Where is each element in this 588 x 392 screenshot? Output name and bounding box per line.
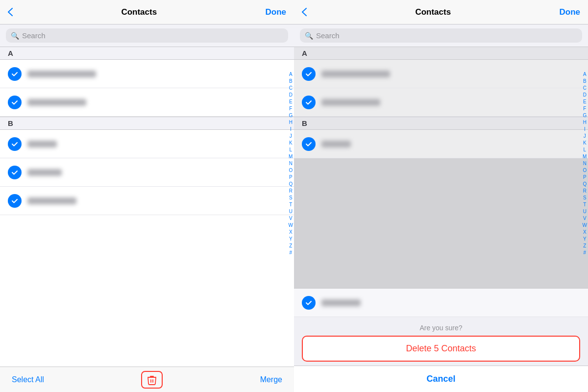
right-panel: Contacts Done 🔍 Search A B <box>294 0 588 392</box>
confirm-text: Are you sure? <box>294 317 588 336</box>
left-nav-bar: Contacts Done <box>0 0 294 24</box>
contact-name-blur <box>321 141 351 147</box>
left-done-button[interactable]: Done <box>265 7 286 17</box>
table-row[interactable] <box>294 88 588 117</box>
table-row[interactable] <box>0 60 294 88</box>
check-circle <box>302 67 316 81</box>
table-row[interactable] <box>294 130 588 158</box>
table-row[interactable] <box>0 88 294 117</box>
right-title: Contacts <box>415 7 451 17</box>
check-circle <box>8 137 22 151</box>
right-search-bar: 🔍 Search <box>294 24 588 47</box>
table-row[interactable] <box>294 60 588 88</box>
check-circle <box>8 194 22 208</box>
table-row[interactable] <box>0 187 294 215</box>
check-circle <box>8 96 22 109</box>
left-panel: Contacts Done 🔍 Search A B <box>0 0 294 392</box>
delete-contacts-button[interactable]: Delete 5 Contacts <box>302 336 580 362</box>
cancel-button[interactable]: Cancel <box>294 366 588 392</box>
left-search-placeholder: Search <box>22 31 46 40</box>
table-row[interactable] <box>0 158 294 187</box>
contact-name-blur <box>27 99 86 106</box>
right-section-b: B <box>294 117 588 130</box>
select-all-button[interactable]: Select All <box>12 375 44 384</box>
left-search-bar: 🔍 Search <box>0 24 294 47</box>
left-title: Contacts <box>121 7 157 17</box>
contact-name-blur <box>321 299 361 306</box>
alphabet-index: A B C D E F G H I J K L M N O P Q R S T … <box>289 71 293 256</box>
left-contact-list: A B <box>0 47 294 367</box>
contact-name-blur <box>321 71 390 77</box>
left-back-button[interactable] <box>8 8 13 16</box>
check-circle <box>302 137 316 151</box>
check-circle <box>8 166 22 179</box>
confirmation-overlay: Are you sure? Delete 5 Contacts Cancel <box>294 288 588 392</box>
partial-contact-row <box>294 289 588 317</box>
check-circle <box>302 96 316 109</box>
right-back-button[interactable] <box>302 8 307 16</box>
left-bottom-toolbar: Select All Merge <box>0 367 294 392</box>
right-section-a: A <box>294 47 588 60</box>
delete-button[interactable] <box>141 371 163 389</box>
contact-name-blur <box>27 197 76 204</box>
contact-name-blur <box>321 99 380 106</box>
right-alphabet-index: A B C D E F G H I J K L M N O P Q R S T … <box>583 71 587 256</box>
left-section-a: A <box>0 47 294 60</box>
check-circle <box>302 296 316 310</box>
search-icon: 🔍 <box>305 32 313 40</box>
table-row[interactable] <box>0 130 294 158</box>
right-search-input[interactable]: 🔍 Search <box>300 28 582 43</box>
left-section-b: B <box>0 117 294 130</box>
check-circle <box>8 67 22 81</box>
right-search-placeholder: Search <box>316 31 340 40</box>
right-nav-bar: Contacts Done <box>294 0 588 24</box>
contact-name-blur <box>27 169 62 176</box>
contact-name-blur <box>27 71 96 77</box>
search-icon: 🔍 <box>11 32 19 40</box>
right-done-button[interactable]: Done <box>559 7 580 17</box>
left-search-input[interactable]: 🔍 Search <box>6 28 288 43</box>
contact-name-blur <box>27 141 57 147</box>
merge-button[interactable]: Merge <box>260 375 282 384</box>
